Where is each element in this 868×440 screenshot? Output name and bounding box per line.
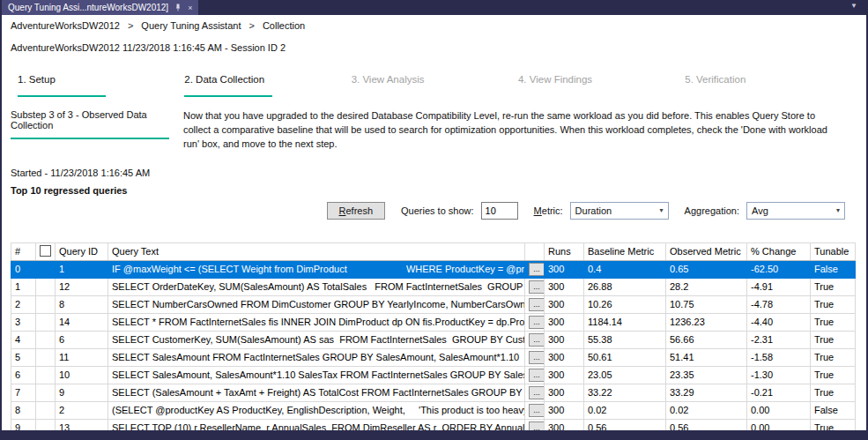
- document-tab-label: Query Tuning Assi...ntureWorksDW2012]: [8, 3, 168, 12]
- main-content: AdventureWorksDW2012 > Query Tuning Assi…: [2, 15, 866, 430]
- select-all-checkbox[interactable]: [40, 245, 51, 257]
- header-percent-change[interactable]: % Change: [747, 242, 811, 260]
- cell-qtext: SELECT NumberCarsOwned FROM DimCustomer …: [108, 295, 525, 313]
- substep-section: Substep 3 of 3 - Observed Data Collectio…: [11, 109, 857, 152]
- metric-select[interactable]: Duration ▾: [570, 202, 669, 220]
- header-observed-metric[interactable]: Observed Metric: [666, 242, 747, 260]
- cell-ellip: ...: [525, 313, 545, 331]
- cell-runs: 300: [545, 331, 584, 348]
- query-table-body: 01IF @maxWeight <= (SELECT Weight from D…: [11, 260, 856, 430]
- breadcrumb-item-collection[interactable]: Collection: [263, 20, 305, 31]
- refresh-label-rest: efresh: [345, 205, 373, 216]
- table-row[interactable]: 82(SELECT @productKey AS ProductKey, Eng…: [11, 401, 856, 419]
- cell-runs: 300: [545, 348, 584, 366]
- cell-cb: [36, 313, 56, 331]
- cell-ellip: ...: [525, 331, 545, 348]
- query-details-button[interactable]: ...: [529, 298, 545, 311]
- cell-observed: 51.41: [666, 348, 747, 366]
- pin-icon[interactable]: [174, 4, 182, 11]
- cell-qid: 13: [56, 419, 108, 430]
- table-row[interactable]: 112SELECT OrderDateKey, SUM(SalesAmount)…: [11, 278, 856, 295]
- header-baseline-metric[interactable]: Baseline Metric: [584, 242, 666, 260]
- cell-qtext: SELECT * FROM FactInternetSales fis INNE…: [108, 313, 525, 331]
- query-details-button[interactable]: ...: [529, 280, 545, 294]
- table-row[interactable]: 28SELECT NumberCarsOwned FROM DimCustome…: [11, 295, 856, 313]
- cell-tunable: True: [811, 278, 856, 295]
- session-info: AdventureWorksDW2012 11/23/2018 1:16:45 …: [11, 42, 857, 53]
- queries-to-show-input[interactable]: [481, 202, 518, 220]
- query-details-button[interactable]: ...: [529, 421, 545, 430]
- qta-window: Query Tuning Assi...ntureWorksDW2012] × …: [0, 0, 868, 440]
- query-details-button[interactable]: ...: [529, 369, 545, 382]
- metric-label-key: M: [534, 205, 542, 216]
- query-details-button[interactable]: ...: [529, 316, 545, 329]
- table-header-row: # Query ID Query Text Runs Baseline Metr…: [11, 242, 856, 260]
- document-tab[interactable]: Query Tuning Assi...ntureWorksDW2012] ×: [2, 0, 198, 15]
- header-query-text[interactable]: Query Text: [108, 242, 525, 260]
- cell-tunable: True: [811, 295, 856, 313]
- title-bar: Query Tuning Assi...ntureWorksDW2012] × …: [2, 0, 866, 15]
- aggregation-select[interactable]: Avg ▾: [746, 202, 845, 220]
- cell-ellip: ...: [525, 295, 545, 313]
- cell-qtext: (SELECT @productKey AS ProductKey, Engli…: [108, 401, 525, 419]
- cell-num: 8: [11, 401, 36, 419]
- header-query-id[interactable]: Query ID: [56, 242, 108, 260]
- cell-qid: 2: [56, 401, 108, 419]
- cell-qid: 11: [56, 348, 108, 366]
- cell-baseline: 1184.14: [584, 313, 666, 331]
- cell-cb: [36, 348, 56, 366]
- breadcrumb-separator: >: [128, 20, 133, 31]
- table-row[interactable]: 314SELECT * FROM FactInternetSales fis I…: [11, 313, 856, 331]
- table-row[interactable]: 610SELECT SalesAmount, SalesAmount*1.10 …: [11, 366, 856, 384]
- cell-runs: 300: [545, 278, 584, 295]
- cell-observed: 33.29: [666, 384, 747, 401]
- cell-change: 0.00: [747, 401, 811, 419]
- wizard-step-label: 4. View Findings: [518, 74, 678, 85]
- wizard-step-label: 1. Setup: [18, 74, 177, 85]
- breadcrumb-item-database[interactable]: AdventureWorksDW2012: [11, 20, 120, 31]
- window-menu-caret-icon[interactable]: ▼: [850, 0, 866, 15]
- cell-ellip: ...: [525, 278, 545, 295]
- query-details-button[interactable]: ...: [529, 333, 545, 347]
- query-details-button[interactable]: ...: [529, 351, 545, 364]
- cell-qtext: SELECT SalesAmount FROM FactInternetSale…: [108, 348, 525, 366]
- query-details-button[interactable]: ...: [529, 263, 545, 276]
- breadcrumb-item-assistant[interactable]: Query Tuning Assistant: [141, 20, 241, 31]
- header-index: #: [11, 242, 36, 260]
- substep-title: Substep 3 of 3 - Observed Data Collectio…: [11, 109, 183, 131]
- cell-tunable: False: [811, 401, 856, 419]
- started-timestamp: Started - 11/23/2018 1:16:45 AM: [11, 168, 857, 178]
- cell-qid: 1: [56, 260, 108, 278]
- wizard-step-1: 1. Setup: [11, 74, 177, 97]
- table-row[interactable]: 79SELECT (SalesAmount + TaxAmt + Freight…: [11, 384, 856, 401]
- table-row[interactable]: 46SELECT CustomerKey, SUM(SalesAmount) A…: [11, 331, 856, 348]
- cell-cb: [36, 401, 56, 419]
- cell-runs: 300: [545, 401, 584, 419]
- cell-runs: 300: [545, 260, 584, 278]
- cell-runs: 300: [545, 295, 584, 313]
- wizard-step-3: 3. View Analysis: [345, 74, 511, 97]
- cell-baseline: 50.61: [584, 348, 666, 366]
- cell-qid: 14: [56, 313, 108, 331]
- cell-cb: [36, 384, 56, 401]
- header-runs[interactable]: Runs: [545, 242, 584, 260]
- cell-ellip: ...: [525, 419, 545, 430]
- cell-tunable: True: [811, 384, 856, 401]
- chevron-down-icon: ▾: [660, 206, 664, 214]
- cell-baseline: 0.56: [584, 419, 666, 430]
- table-row[interactable]: 511SELECT SalesAmount FROM FactInternetS…: [11, 348, 856, 366]
- cell-qtext: IF @maxWeight <= (SELECT Weight from Dim…: [108, 260, 525, 278]
- query-details-button[interactable]: ...: [529, 404, 545, 417]
- refresh-button[interactable]: Refresh: [327, 202, 386, 220]
- cell-baseline: 33.22: [584, 384, 666, 401]
- close-icon[interactable]: ×: [188, 4, 192, 12]
- cell-baseline: 0.02: [584, 401, 666, 419]
- cell-runs: 300: [545, 384, 584, 401]
- cell-runs: 300: [545, 366, 584, 384]
- header-details: [525, 242, 545, 260]
- table-row[interactable]: 01IF @maxWeight <= (SELECT Weight from D…: [11, 260, 856, 278]
- table-row[interactable]: 913SELECT TOP (10) r.ResellerName, r.Ann…: [11, 419, 856, 430]
- cell-observed: 23.35: [666, 366, 747, 384]
- query-details-button[interactable]: ...: [529, 386, 545, 399]
- header-tunable[interactable]: Tunable: [811, 242, 856, 260]
